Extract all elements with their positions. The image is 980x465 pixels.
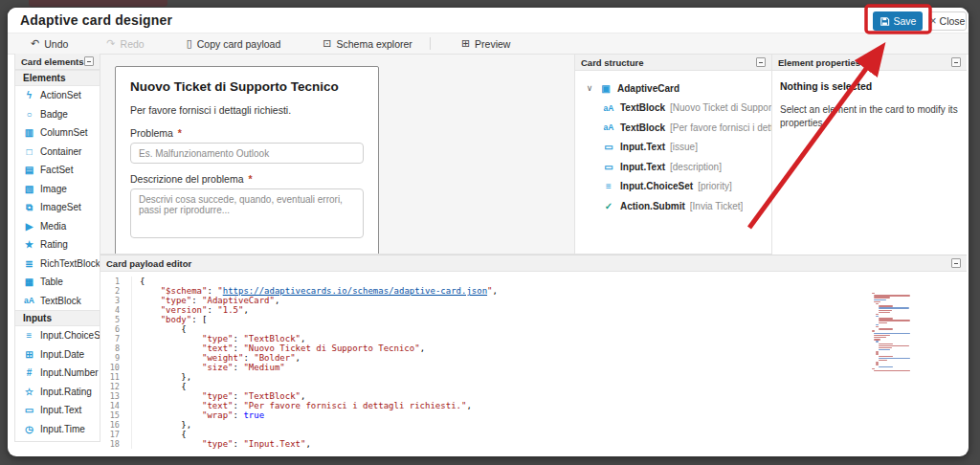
preview-button[interactable]: ⊞ Preview: [452, 33, 521, 54]
schema-explorer-button[interactable]: ⊡ Schema explorer: [313, 33, 422, 54]
adaptive-card-designer-window: Adaptive card designer Save × Close ↶ Un…: [8, 8, 969, 456]
tree-node-input-choiceset[interactable]: ≡Input.ChoiceSet[priority]: [575, 177, 771, 197]
sidebar-item-richtextblock[interactable]: ≣RichTextBlock: [15, 255, 100, 274]
code-line[interactable]: 5 "body": [: [100, 315, 967, 324]
undo-button[interactable]: ↶ Undo: [21, 33, 78, 54]
code-line[interactable]: 6 {: [100, 324, 967, 334]
save-button[interactable]: Save: [873, 11, 923, 31]
code-line[interactable]: 18 "type": "Input.Text",: [100, 439, 967, 449]
collapse-payload-editor-icon[interactable]: [951, 258, 961, 268]
minimap-line: [874, 339, 880, 340]
minimap-line: [872, 368, 875, 369]
chevron-down-icon[interactable]: ∨: [585, 83, 594, 93]
code-line[interactable]: 11 },: [100, 372, 967, 382]
code-line[interactable]: 2 "$schema": "https://adaptivecards.io/s…: [100, 286, 967, 296]
sidebar-item-image[interactable]: ▧Image: [15, 180, 100, 199]
image-icon: ▧: [23, 184, 35, 194]
code-line[interactable]: 1{: [100, 277, 967, 286]
code-line[interactable]: 12 {: [100, 382, 967, 391]
input-date-icon: ⊞: [23, 349, 35, 360]
close-icon: ×: [930, 15, 937, 27]
adaptive-card-preview[interactable]: Nuovo Ticket di Supporto Tecnico Per fav…: [115, 66, 379, 255]
input-text-icon: ▭: [23, 405, 35, 415]
minimap-line: [879, 312, 890, 313]
code-line[interactable]: 16 },: [100, 420, 967, 430]
sidebar-item-imageset[interactable]: ⧉ImageSet: [15, 198, 100, 217]
description-textarea[interactable]: [130, 188, 364, 238]
tree-node-action-submit[interactable]: ✓Action.Submit[Invia Ticket]: [575, 196, 771, 216]
sidebar-section-inputs[interactable]: Inputs: [15, 310, 100, 326]
minimap-line: [876, 353, 879, 354]
collapse-card-elements-icon[interactable]: [84, 56, 94, 66]
save-icon: [880, 16, 890, 27]
code-line[interactable]: 7 "type": "TextBlock",: [100, 334, 967, 343]
minimap-line: [874, 301, 880, 302]
textblock-icon: aA: [602, 103, 615, 113]
sidebar-item-textblock[interactable]: aATextBlock: [15, 292, 100, 311]
sidebar-item-input-choiceset[interactable]: ≡Input.ChoiceSet: [15, 326, 100, 345]
line-number: 7: [100, 334, 131, 343]
code-line[interactable]: 14 "text": "Per favore fornisci i dettag…: [100, 401, 967, 410]
code-line[interactable]: 4 "version": "1.5",: [100, 305, 967, 315]
issue-input[interactable]: [130, 143, 364, 164]
field-label: Descrizione del problema *: [130, 173, 364, 185]
line-number: 12: [100, 382, 131, 391]
screen-backdrop: Adaptive card designer Save × Close ↶ Un…: [0, 0, 980, 465]
minimap-line: [874, 337, 886, 338]
undo-icon: ↶: [31, 37, 39, 50]
input-choiceset-icon: ≡: [602, 181, 615, 191]
columnset-icon: ▥: [23, 127, 35, 138]
sidebar-item-table[interactable]: ▦Table: [15, 273, 100, 292]
toolbar-separator: [430, 37, 431, 50]
sidebar-item-input-text[interactable]: ▭Input.Text: [15, 401, 100, 420]
tree-node-input-text[interactable]: ▭Input.Text[description]: [575, 157, 771, 177]
sidebar-item-media[interactable]: ▶Media: [15, 217, 100, 236]
card-structure-header: Card structure: [575, 55, 771, 71]
sidebar-item-columnset[interactable]: ▥ColumnSet: [15, 123, 100, 143]
line-number: 4: [100, 305, 131, 315]
line-number: 16: [100, 420, 131, 430]
sidebar-section-elements[interactable]: Elements: [15, 70, 100, 86]
code-line[interactable]: 8 "text": "Nuovo Ticket di Supporto Tecn…: [100, 343, 967, 353]
minimap-line: [879, 322, 887, 323]
sidebar-item-factset[interactable]: ▤FactSet: [15, 161, 100, 180]
tree-node-adaptivecard[interactable]: ∨▣AdaptiveCard: [575, 78, 771, 99]
copy-icon: ▯: [187, 37, 192, 50]
collapse-element-properties-icon[interactable]: [951, 57, 961, 67]
element-properties-header: Element properties: [772, 55, 967, 71]
sidebar-item-rating[interactable]: ★Rating: [15, 235, 100, 255]
code-line[interactable]: 17 {: [100, 430, 967, 439]
sidebar-item-badge[interactable]: ○Badge: [15, 105, 100, 124]
action-submit-icon: ✓: [602, 201, 615, 211]
sidebar-item-input-rating[interactable]: ☆Input.Rating: [15, 383, 100, 402]
tree-node-textblock[interactable]: aATextBlock[Nuovo Ticket di Supporto Tec…: [575, 99, 771, 119]
minimap-line: [876, 314, 879, 315]
sidebar-item-actionset[interactable]: ϟActionSet: [15, 86, 100, 105]
code-line[interactable]: 10 "size": "Medium": [100, 363, 967, 372]
editor-minimap[interactable]: [872, 293, 916, 369]
sidebar-item-input-number[interactable]: #Input.Number: [15, 364, 100, 383]
minimap-line: [872, 293, 875, 294]
input-rating-icon: ☆: [23, 387, 35, 397]
minimap-line: [874, 299, 886, 300]
sidebar-item-container[interactable]: □Container: [15, 143, 100, 162]
collapse-card-structure-icon[interactable]: [756, 57, 766, 67]
json-code-editor[interactable]: 1{2 "$schema": "https://adaptivecards.io…: [100, 272, 967, 449]
code-line[interactable]: 13 "type": "TextBlock",: [100, 391, 967, 401]
code-line[interactable]: 9 "weight": "Bolder",: [100, 353, 967, 363]
copy-card-payload-button[interactable]: ▯ Copy card payload: [177, 33, 291, 54]
minimap-line: [879, 318, 893, 319]
table-icon: ▦: [23, 277, 35, 287]
close-button[interactable]: × Close: [928, 11, 967, 31]
minimap-line: [879, 345, 909, 346]
redo-button[interactable]: ↷ Redo: [97, 33, 153, 54]
code-line[interactable]: 3 "type": "AdaptiveCard",: [100, 296, 967, 305]
minimap-line: [879, 349, 890, 350]
line-number: 3: [100, 296, 131, 305]
code-line[interactable]: 15 "wrap": true: [100, 410, 967, 420]
line-number: 14: [100, 401, 131, 410]
tree-node-input-text[interactable]: ▭Input.Text[issue]: [575, 138, 771, 158]
sidebar-item-input-date[interactable]: ⊞Input.Date: [15, 345, 100, 365]
sidebar-item-input-time[interactable]: ◷Input.Time: [15, 420, 100, 439]
tree-node-textblock[interactable]: aATextBlock[Per favore fornisci i dettag…: [575, 118, 771, 138]
